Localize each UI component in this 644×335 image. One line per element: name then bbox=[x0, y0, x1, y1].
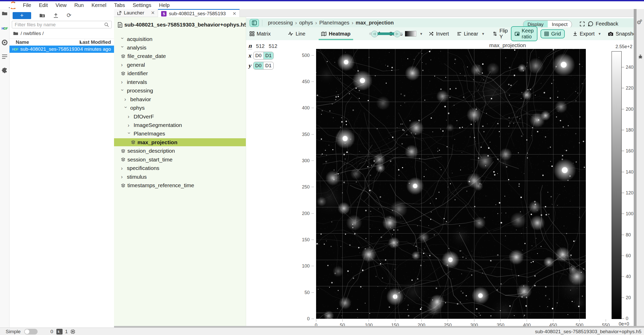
menu-item[interactable]: View bbox=[52, 1, 71, 9]
invert-button[interactable]: Invert bbox=[429, 31, 449, 37]
menu-item[interactable]: Tabs bbox=[110, 1, 129, 9]
tab-h5-file[interactable]: 5 sub-408021_ses-7585193 ✕ bbox=[158, 9, 240, 18]
h5-file-title[interactable]: sub-408021_ses-758519303_behavior+ophys.… bbox=[118, 22, 246, 28]
grid-button[interactable]: Grid bbox=[541, 29, 565, 38]
dock-tab-bar: Launcher ✕ 5 sub-408021_ses-7585193 ✕ bbox=[114, 9, 644, 17]
y-tick: 350 bbox=[291, 132, 314, 137]
colorbar-tick: 60 bbox=[622, 253, 631, 258]
property-inspector-icon[interactable]: ⚙⚙ bbox=[637, 19, 644, 25]
colorbar-tick: 140 bbox=[622, 169, 633, 175]
kernel-icon[interactable] bbox=[70, 329, 75, 334]
tree-row[interactable]: › specifications bbox=[114, 164, 246, 172]
tree-item-label: timestamps_reference_time bbox=[127, 182, 194, 188]
domain-max-handle[interactable]: ▷ bbox=[394, 31, 401, 37]
dataset-icon bbox=[131, 140, 135, 144]
feedback-button[interactable]: Feedback bbox=[588, 21, 618, 27]
tab-matrix[interactable]: Matrix bbox=[246, 27, 274, 40]
y-tick: 400 bbox=[291, 105, 314, 111]
viewer-breadcrumb-bar: processing›ophys›PlaneImages› max_projec… bbox=[246, 18, 634, 27]
tree-row[interactable]: › file_create_date bbox=[114, 52, 246, 60]
breadcrumb-item[interactable]: PlaneImages bbox=[319, 20, 349, 26]
y-tick: 150 bbox=[291, 237, 314, 242]
folder-icon[interactable] bbox=[13, 31, 18, 36]
fullscreen-icon[interactable] bbox=[580, 21, 585, 27]
tree-row[interactable]: › processing bbox=[114, 87, 246, 95]
menu-item[interactable]: Edit bbox=[35, 1, 51, 9]
tree-item-label: ophys bbox=[130, 105, 145, 111]
column-last-modified[interactable]: Last Modified bbox=[80, 39, 111, 45]
tree-row[interactable]: › acquisition bbox=[114, 35, 246, 43]
y-d0-button[interactable]: D0 bbox=[254, 62, 263, 69]
tree-item-label: stimulus bbox=[127, 174, 147, 180]
running-sessions-icon[interactable] bbox=[0, 39, 9, 46]
menu-item[interactable]: Help bbox=[155, 1, 173, 9]
chevron-icon: › bbox=[121, 165, 125, 171]
tree-row[interactable]: › behavior bbox=[114, 95, 246, 103]
tab-line[interactable]: Line bbox=[284, 27, 309, 40]
heatmap-canvas[interactable] bbox=[316, 49, 586, 319]
y-tick: 250 bbox=[291, 184, 314, 190]
close-icon[interactable]: ✕ bbox=[151, 10, 155, 16]
snapshot-button[interactable]: Snapshot bbox=[608, 31, 638, 37]
right-splitter[interactable] bbox=[634, 9, 637, 326]
file-browser-icon[interactable] bbox=[0, 11, 9, 16]
chevron-icon: › bbox=[123, 106, 129, 110]
upload-icon[interactable] bbox=[53, 13, 58, 18]
menu-item[interactable]: Settings bbox=[129, 1, 155, 9]
file-row[interactable]: HDF sub-408021_ses-758519303_beha... 4 m… bbox=[10, 46, 114, 53]
new-launcher-button[interactable]: + bbox=[13, 12, 31, 19]
tree-row[interactable]: › analysis bbox=[114, 44, 246, 51]
tree-row[interactable]: › DfOverF bbox=[114, 113, 246, 121]
tree-row[interactable]: › PlaneImages bbox=[114, 130, 246, 138]
extensions-icon[interactable] bbox=[0, 68, 9, 73]
hdf-panel-icon[interactable]: HDF bbox=[0, 26, 9, 31]
tree-row[interactable]: › identifier bbox=[114, 70, 246, 78]
x-d1-button[interactable]: D1 bbox=[263, 52, 273, 59]
new-folder-button[interactable] bbox=[39, 13, 45, 18]
simple-mode-toggle[interactable] bbox=[24, 329, 38, 334]
line-plot-icon bbox=[288, 32, 293, 36]
dataset-icon bbox=[121, 157, 125, 162]
menu-item[interactable]: Kernel bbox=[88, 1, 110, 9]
breadcrumb-item[interactable]: processing bbox=[268, 20, 293, 26]
scale-select[interactable]: Linear ▼ bbox=[457, 31, 485, 37]
filter-files-input[interactable] bbox=[12, 22, 104, 28]
x-d0-button[interactable]: D0 bbox=[254, 52, 263, 59]
h5-explorer-panel: sub-408021_ses-758519303_behavior+ophys.… bbox=[114, 17, 246, 326]
y-d1-button[interactable]: D1 bbox=[263, 62, 273, 69]
tree-item-label: ImageSegmentation bbox=[134, 122, 182, 128]
sidebar-toggle-button[interactable] bbox=[250, 19, 259, 27]
dataset-icon bbox=[121, 183, 125, 188]
menu-bar: FileEditViewRunKernelTabsSettingsHelp bbox=[0, 1, 644, 9]
tree-item-label: processing bbox=[127, 88, 153, 94]
tree-row[interactable]: › session_description bbox=[114, 147, 246, 155]
menu-item[interactable]: Run bbox=[71, 1, 88, 9]
keep-ratio-button[interactable]: Keep ratio bbox=[511, 26, 538, 41]
refresh-icon[interactable]: ⟳ bbox=[67, 12, 71, 19]
tree-row[interactable]: › general bbox=[114, 61, 246, 69]
close-icon[interactable]: ✕ bbox=[232, 11, 236, 16]
table-of-contents-icon[interactable] bbox=[0, 54, 9, 59]
domain-min-handle[interactable]: ◁ bbox=[371, 31, 378, 37]
terminal-icon[interactable]: $_ bbox=[56, 329, 63, 334]
tree-row[interactable]: › ophys bbox=[114, 104, 246, 112]
tree-row[interactable]: › session_start_time bbox=[114, 156, 246, 164]
tree-row[interactable]: › stimulus bbox=[114, 173, 246, 181]
column-name[interactable]: Name bbox=[16, 39, 29, 45]
menu-item[interactable]: File bbox=[19, 1, 35, 9]
export-button[interactable]: Export ▼ bbox=[573, 31, 601, 37]
flip-y-button[interactable]: Flip Y bbox=[493, 28, 508, 40]
debugger-icon[interactable] bbox=[637, 54, 644, 59]
tree-item-label: file_create_date bbox=[127, 53, 166, 59]
chevron-icon: › bbox=[128, 122, 131, 128]
tab-launcher[interactable]: Launcher ✕ bbox=[114, 9, 158, 17]
tree-item-label: analysis bbox=[127, 45, 146, 51]
tab-heatmap[interactable]: Heatmap bbox=[318, 27, 354, 40]
breadcrumb-item[interactable]: ophys bbox=[299, 20, 313, 26]
tree-row[interactable]: › intervals bbox=[114, 78, 246, 86]
file-browser-panel: + ⟳ / nwbfiles / Name ▲ Last Modified HD… bbox=[10, 9, 114, 328]
colorbar[interactable] bbox=[612, 51, 622, 319]
tree-row[interactable]: › timestamps_reference_time bbox=[114, 182, 246, 190]
tree-row[interactable]: › max_projection bbox=[114, 138, 246, 146]
tree-row[interactable]: › ImageSegmentation bbox=[114, 121, 246, 129]
